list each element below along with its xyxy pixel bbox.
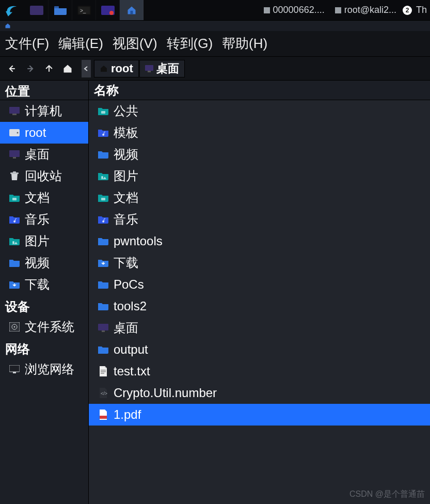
- nav-back-button[interactable]: [3, 60, 21, 77]
- window-titlebar[interactable]: [0, 21, 430, 31]
- file-item-9[interactable]: tools2: [89, 295, 430, 317]
- pdf-file-icon: [98, 410, 108, 420]
- file-item-label: 公共: [114, 103, 138, 119]
- menu-file[interactable]: 文件(F): [5, 35, 49, 53]
- svg-point-15: [17, 132, 19, 134]
- file-column-header-name[interactable]: 名称: [89, 81, 430, 100]
- file-item-4[interactable]: 文档: [89, 187, 430, 209]
- svg-rect-8: [264, 7, 270, 13]
- nav-forward-button[interactable]: [22, 60, 39, 77]
- file-item-11[interactable]: output: [89, 339, 430, 360]
- sidebar-device-0[interactable]: 文件系统: [0, 316, 88, 338]
- taskbar-window-2-label: root@kali2...: [344, 5, 396, 15]
- sidebar-network-0[interactable]: 浏览网络: [0, 358, 88, 380]
- file-item-12[interactable]: test.txt: [89, 360, 430, 382]
- svg-rect-20: [12, 198, 17, 200]
- svg-rect-1: [54, 6, 59, 8]
- desktop-icon: [98, 323, 108, 333]
- file-item-10[interactable]: 桌面: [89, 317, 430, 339]
- file-item-8[interactable]: PoCs: [89, 274, 430, 295]
- path-segment-root[interactable]: root: [94, 60, 139, 77]
- taskbar-files-icon[interactable]: [49, 0, 72, 20]
- file-item-label: 模板: [114, 124, 138, 141]
- sidebar-place-8[interactable]: 下载: [0, 274, 88, 295]
- menubar: 文件(F) 编辑(E) 视图(V) 转到(G) 帮助(H): [0, 31, 430, 57]
- arrow-up-icon: [44, 64, 54, 74]
- taskbar-window-3[interactable]: Th: [414, 0, 427, 20]
- svg-text:>_: >_: [80, 8, 86, 13]
- folder-music-icon: [9, 214, 20, 225]
- file-item-label: 1.pdf: [114, 407, 141, 422]
- file-item-label: 文档: [114, 190, 138, 206]
- menu-edit[interactable]: 编辑(E): [58, 35, 103, 53]
- taskbar-window-1-label: 00000662....: [273, 5, 325, 15]
- file-item-6[interactable]: pwntools: [89, 230, 430, 252]
- file-item-13[interactable]: </>Crypto.Util.number: [89, 382, 430, 404]
- folder-icon: [98, 344, 108, 355]
- folder-down-icon: [9, 279, 20, 290]
- taskbar-app-2[interactable]: [96, 0, 120, 20]
- disk-icon: [9, 322, 20, 332]
- nav-home-button[interactable]: [59, 60, 76, 77]
- sidebar-place-label: 音乐: [25, 211, 50, 228]
- file-item-14[interactable]: 1.pdf: [89, 404, 430, 426]
- svg-rect-30: [98, 324, 108, 330]
- path-segment-desktop-label: 桌面: [156, 61, 179, 76]
- sidebar-places-title: 位置: [0, 81, 88, 100]
- sidebar-place-2[interactable]: 桌面: [0, 144, 88, 165]
- sidebar-place-1[interactable]: root: [0, 122, 88, 144]
- menu-view[interactable]: 视图(V): [113, 35, 157, 53]
- path-segment-desktop[interactable]: 桌面: [139, 60, 185, 77]
- folder-down-icon: [98, 258, 108, 268]
- folder-blue-icon: [9, 258, 20, 268]
- menu-help[interactable]: 帮助(H): [222, 35, 267, 53]
- svg-point-24: [14, 326, 15, 328]
- sidebar-place-3[interactable]: 回收站: [0, 165, 88, 187]
- file-item-0[interactable]: 公共: [89, 100, 430, 122]
- drive-icon: [9, 128, 20, 138]
- sidebar-place-7[interactable]: 视频: [0, 252, 88, 274]
- menu-goto[interactable]: 转到(G): [167, 35, 213, 53]
- folder-icon: [98, 236, 108, 246]
- sidebar-place-label: 回收站: [25, 168, 62, 184]
- text-file-icon: [98, 366, 108, 376]
- nav-toolbar: root 桌面: [0, 57, 430, 81]
- taskbar-window-2[interactable]: root@kali2...: [331, 0, 401, 20]
- computer-icon: [9, 106, 20, 116]
- sidebar-network-title: 网络: [0, 338, 88, 358]
- window-icon: [335, 7, 341, 13]
- taskbar-terminal-icon[interactable]: >_: [72, 0, 96, 20]
- taskbar-home-icon[interactable]: [120, 0, 144, 20]
- sidebar: 位置 计算机root桌面回收站文档音乐图片视频下载 设备 文件系统 网络 浏览网…: [0, 81, 89, 504]
- file-item-label: test.txt: [114, 364, 150, 379]
- svg-rect-13: [12, 114, 17, 115]
- svg-rect-32: [101, 370, 106, 371]
- file-item-5[interactable]: 音乐: [89, 209, 430, 230]
- start-menu-button[interactable]: [0, 0, 25, 20]
- sidebar-place-0[interactable]: 计算机: [0, 100, 88, 122]
- sidebar-network-label: 浏览网络: [25, 361, 74, 377]
- svg-rect-16: [9, 150, 20, 157]
- taskbar-app-1[interactable]: [25, 0, 49, 20]
- sidebar-place-5[interactable]: 音乐: [0, 209, 88, 230]
- sidebar-place-label: 图片: [25, 233, 50, 249]
- taskbar-window-1[interactable]: 00000662....: [260, 0, 329, 20]
- file-item-7[interactable]: 下载: [89, 252, 430, 274]
- sidebar-place-label: 桌面: [25, 146, 50, 163]
- folder-blue-icon: [98, 149, 108, 160]
- folder-teal-icon: [98, 193, 108, 203]
- sidebar-place-6[interactable]: 图片: [0, 230, 88, 252]
- taskbar-window-3-label: Th: [416, 5, 427, 15]
- path-history-button[interactable]: [82, 60, 91, 77]
- file-item-2[interactable]: 视频: [89, 144, 430, 165]
- svg-rect-10: [145, 65, 153, 71]
- nav-up-button[interactable]: [40, 60, 58, 77]
- file-item-3[interactable]: 图片: [89, 165, 430, 187]
- svg-rect-26: [13, 372, 16, 373]
- sidebar-place-4[interactable]: 文档: [0, 187, 88, 209]
- file-item-1[interactable]: 模板: [89, 122, 430, 144]
- svg-text:</>: </>: [101, 391, 107, 396]
- workspace-badge[interactable]: 2: [403, 6, 412, 15]
- file-item-label: 音乐: [114, 211, 138, 228]
- window-app-icon: [4, 23, 11, 29]
